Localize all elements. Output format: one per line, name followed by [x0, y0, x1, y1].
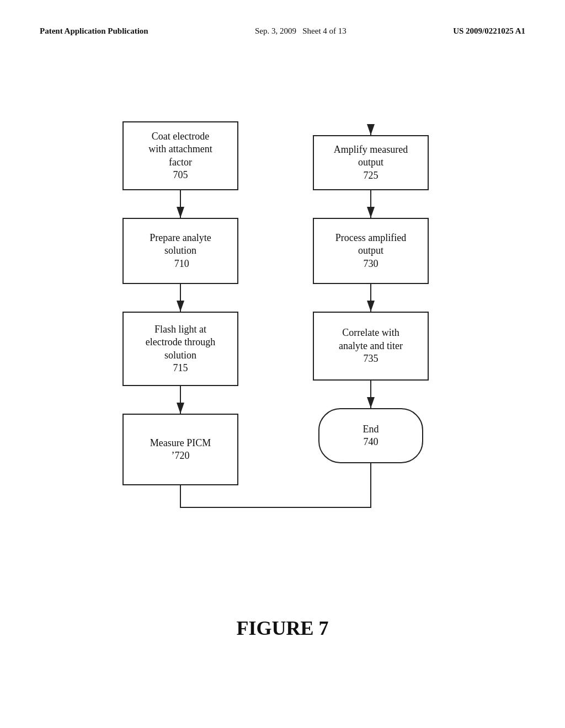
diagram-area: Coat electrodewith attachmentfactor705 P…: [0, 88, 565, 662]
publication-label: Patent Application Publication: [40, 26, 148, 36]
box-730: Process amplifiedoutput730: [313, 218, 429, 284]
box-710: Prepare analytesolution 710: [122, 218, 238, 284]
flowchart: Coat electrodewith attachmentfactor705 P…: [89, 88, 476, 629]
header-center: Sep. 3, 2009 Sheet 4 of 13: [255, 26, 347, 36]
box-740: End740: [318, 408, 423, 463]
sheet-label: Sheet 4 of 13: [302, 26, 347, 35]
box-720: Measure PICM’720: [122, 414, 238, 485]
date-label: Sep. 3, 2009: [255, 26, 296, 35]
figure-caption: FIGURE 7: [0, 617, 565, 640]
page-header: Patent Application Publication Sep. 3, 2…: [0, 0, 565, 36]
box-725: Amplify measuredoutput725: [313, 135, 429, 190]
box-735: Correlate withanalyte and titer735: [313, 312, 429, 381]
patent-number: US 2009/0221025 A1: [453, 26, 525, 36]
box-715: Flash light atelectrode throughsolution7…: [122, 312, 238, 386]
box-705: Coat electrodewith attachmentfactor705: [122, 121, 238, 190]
